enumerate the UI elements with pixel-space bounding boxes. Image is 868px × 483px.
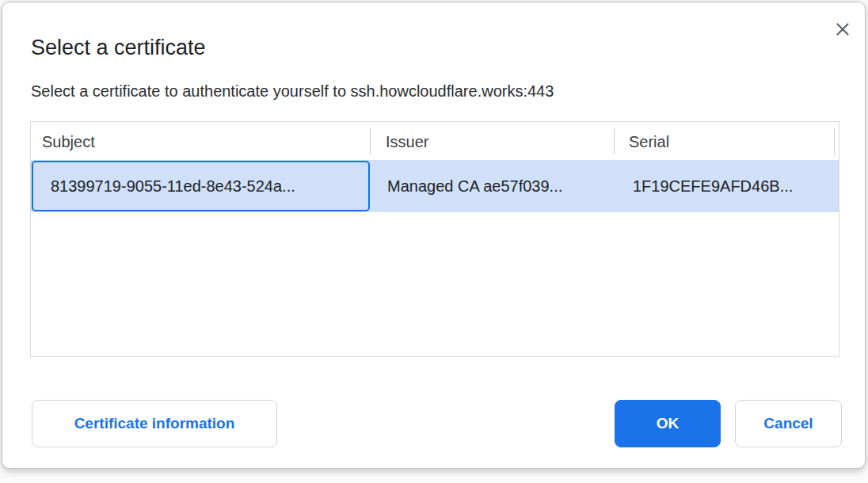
table-header: Subject Issuer Serial [31, 122, 839, 160]
certificate-row-selected[interactable]: 81399719-9055-11ed-8e43-524a... Managed … [31, 160, 839, 212]
certificate-table: Subject Issuer Serial 81399719-9055-11ed… [30, 121, 839, 357]
column-divider [370, 128, 371, 154]
column-header-serial: Serial [629, 122, 669, 160]
column-header-issuer: Issuer [386, 122, 428, 160]
certificate-information-button[interactable]: Certificate information [32, 400, 277, 447]
column-divider [834, 128, 835, 154]
dialog-subtitle: Select a certificate to authenticate you… [31, 82, 554, 101]
column-header-subject: Subject [42, 122, 95, 160]
ok-button[interactable]: OK [615, 400, 721, 447]
close-icon [835, 21, 851, 37]
cell-issuer: Managed CA ae57f039... [387, 160, 562, 212]
cell-serial: 1F19CEFE9AFD46B... [633, 160, 793, 212]
column-divider [614, 128, 615, 154]
page-background: Select a certificate Select a certificat… [0, 0, 868, 483]
certificate-dialog: Select a certificate Select a certificat… [2, 2, 866, 469]
close-button[interactable] [832, 19, 853, 40]
cancel-button[interactable]: Cancel [735, 400, 842, 447]
cell-subject: 81399719-9055-11ed-8e43-524a... [51, 160, 295, 212]
dialog-title: Select a certificate [31, 36, 206, 60]
